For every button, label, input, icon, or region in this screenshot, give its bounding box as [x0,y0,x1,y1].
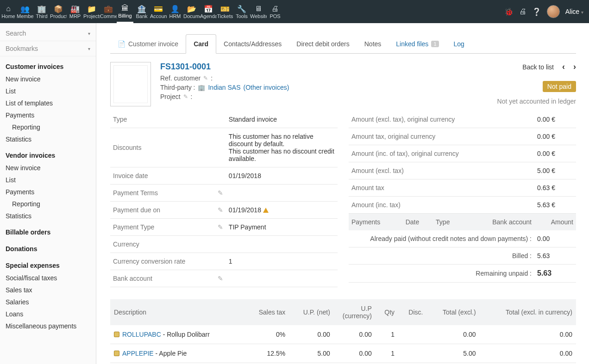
topnav-hrm[interactable]: 👤HRM [167,0,183,23]
tab-card[interactable]: Card [186,34,216,54]
product-link[interactable]: APPLEPIE [122,350,154,357]
nav-icon: 💼 [104,4,113,13]
topnav-tickets[interactable]: 🎫Tickets [217,0,233,23]
nav-label: Documents [183,13,200,19]
topnav-agenda[interactable]: 📅Agenda [200,0,217,23]
sidebar-item[interactable]: Reporting [0,198,96,210]
topbar: ⌂Home👥Members🏢Third📦Products🏭MRP📁Project… [0,0,589,23]
chevron-down-icon: ▾ [88,31,90,36]
invoice-icon: 📄 [118,40,125,48]
tab-head-customer-invoice[interactable]: 📄 Customer invoice [110,35,186,53]
product-link[interactable]: ROLLUPABC [122,331,161,338]
sidebar-item[interactable]: New invoice [0,162,96,174]
value-rate: 1 [226,253,338,270]
bookmarks-toggle[interactable]: Bookmarks ▾ [0,41,96,56]
pay-row-label: Remaining unpaid : [349,265,534,283]
summary-value: 0.00 € [534,145,576,162]
sidebar-heading[interactable]: Donations [0,239,96,255]
tab-log[interactable]: Log [446,35,472,53]
amounts-summary-table: Amount (excl. tax), original currency0.0… [349,111,576,214]
topnav-projects[interactable]: 📁Projects [83,0,100,23]
topnav-members[interactable]: 👥Members [17,0,33,23]
sidebar-item[interactable]: List [0,174,96,186]
sidebar-item[interactable]: Reporting [0,121,96,133]
topnav-websites[interactable]: 🖥Websites [250,0,267,23]
topnav-products[interactable]: 📦Products [50,0,67,23]
search-toggle[interactable]: Search ▾ [0,26,96,41]
line-disc [398,325,426,344]
next-record-button[interactable]: › [573,62,576,72]
topnav-tools[interactable]: 🔧Tools [233,0,250,23]
sidebar-item[interactable]: List of templates [0,97,96,109]
edit-icon[interactable]: ✎ [218,275,223,282]
value-type: Standard invoice [226,111,338,128]
label-due: Payment due on [110,202,215,219]
print-icon[interactable]: 🖨 [519,7,526,16]
topnav-bank[interactable]: 🏦Bank [133,0,150,23]
tab-direct-debit[interactable]: Direct debit orders [289,35,357,53]
pay-row-value: 5.63 [534,265,576,283]
tab-contacts[interactable]: Contacts/Addresses [216,35,289,53]
prev-record-button[interactable]: ‹ [562,62,565,72]
nav-icon: 🔧 [237,4,246,13]
sidebar-item[interactable]: Social/fiscal taxes [0,272,96,284]
tab-linked-files[interactable]: Linked files 1 [388,35,446,53]
avatar[interactable] [547,5,560,18]
summary-label: Amount (inc. of tax), original currency [349,145,534,162]
topnav-home[interactable]: ⌂Home [0,0,17,23]
tab-head-label: Customer invoice [128,40,178,48]
bug-icon[interactable]: 🐞 [504,7,514,16]
topnav-accounting[interactable]: 💳Accounting [150,0,167,23]
label-currency: Currency [110,236,215,253]
edit-icon[interactable]: ✎ [203,75,208,81]
line-upc: 0.00 [334,344,376,363]
sidebar-item[interactable]: Salaries [0,296,96,308]
tab-notes[interactable]: Notes [357,35,389,53]
line-tax: 12.5% [244,344,289,363]
nav-label: Products [50,13,67,19]
topnav-mrp[interactable]: 🏭MRP [67,0,83,23]
edit-icon[interactable]: ✎ [218,206,223,214]
sidebar-heading[interactable]: Customer invoices [0,56,96,73]
nav-label: Agenda [200,13,217,19]
sidebar-item[interactable]: Loans [0,308,96,320]
sidebar-item[interactable]: Statistics [0,133,96,145]
discounts-line1: This customer has no relative discount b… [229,133,335,148]
topnav-third[interactable]: 🏢Third [33,0,50,23]
colon: : [191,93,193,100]
sidebar-item[interactable]: New invoice [0,73,96,85]
nav-icon: 📂 [187,4,196,13]
user-menu[interactable]: Alice ▾ [565,8,583,15]
topnav-billing[interactable]: 🏛Billing [117,0,133,23]
nav-icon: 🏛 [121,4,129,13]
sidebar-item[interactable]: Sales tax [0,284,96,296]
sidebar-item[interactable]: Statistics [0,210,96,222]
topnav-commerce[interactable]: 💼Commerce [100,0,117,23]
edit-icon[interactable]: ✎ [218,223,223,231]
sidebar-heading[interactable]: Billable orders [0,222,96,239]
nav-icon: 👥 [20,4,30,13]
topnav-pos[interactable]: 🖨POS [267,0,283,23]
sidebar-item[interactable]: List [0,85,96,97]
summary-value: 0.00 € [534,111,576,128]
invoice-line: ROLLUPABC - Rollup Dolibarr0%0.000.0010.… [110,325,576,344]
col-total-currency: Total (excl. in currency) [480,299,576,325]
sidebar-item[interactable]: Payments [0,109,96,121]
sidebar-item[interactable]: Payments [0,186,96,198]
topnav-documents[interactable]: 📂Documents [183,0,200,23]
back-to-list-link[interactable]: Back to list [522,63,554,71]
third-party-link[interactable]: Indian SAS [208,84,240,91]
invoice-ref[interactable]: FS1301-0001 [160,62,488,72]
sidebar-item[interactable]: Miscellaneous payments [0,320,96,332]
help-icon[interactable]: ❔ [532,7,541,16]
document-preview[interactable] [110,62,151,106]
sidebar-heading[interactable]: Vendor invoices [0,145,96,162]
sidebar-heading[interactable]: Special expenses [0,255,96,272]
label-payment-terms: Payment Terms [110,185,215,202]
line-up: 5.00 [289,344,334,363]
edit-icon[interactable]: ✎ [183,93,188,100]
edit-icon[interactable]: ✎ [218,189,223,197]
discounts-line2: This customer has no discount credit ava… [229,148,335,162]
other-invoices-link[interactable]: (Other invoices) [244,84,289,91]
chevron-down-icon: ▾ [88,46,90,51]
